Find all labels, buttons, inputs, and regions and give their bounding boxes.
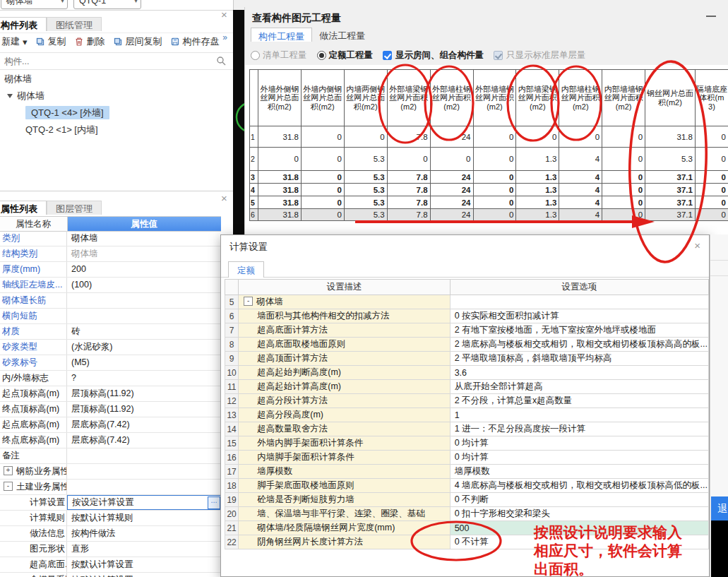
property-value[interactable]: 按默认计算设置: [67, 557, 221, 572]
quantity-cell: 0: [473, 184, 516, 196]
properties-grid: 类别砌体墙结构类别砌体墙厚度(mm)200轴线距左墙皮...(100)砌体通长筋…: [0, 231, 221, 577]
calc-setting-option[interactable]: 2 平墙取墙顶标高，斜墙取墙顶平均标高: [450, 352, 708, 366]
close-icon[interactable]: ×: [221, 10, 227, 20]
quantity-column-header: 外部墙柱钢丝网片面积(m2): [430, 70, 473, 126]
quantity-row-4: 431.805.37.82401.34037.10: [250, 184, 728, 196]
tree-item-label: QTQ-1 <4> [外墙]: [25, 106, 109, 119]
tree-group[interactable]: 砌体墙: [0, 88, 233, 105]
column-header-value: 属性值: [68, 217, 221, 231]
property-value[interactable]: [67, 448, 221, 463]
calc-setting-option[interactable]: 1: [450, 408, 708, 422]
property-value[interactable]: 砌体墙: [67, 246, 221, 261]
property-value[interactable]: 直形: [67, 542, 221, 557]
property-value[interactable]: 按默认计算设置: [67, 573, 221, 577]
property-value[interactable]: [67, 480, 221, 494]
component-type-combobox[interactable]: 砌体墙 ▾: [1, 0, 68, 9]
radio-label: 定额工程量: [329, 49, 374, 61]
close-icon[interactable]: ×: [221, 194, 227, 203]
copy-button[interactable]: 复制: [35, 35, 66, 48]
radio-list-quantity[interactable]: 清单工程量: [251, 49, 307, 61]
property-value[interactable]: [67, 309, 221, 323]
calc-setting-option[interactable]: 墙厚模数: [450, 465, 708, 479]
calc-setting-option[interactable]: 4 墙底标高与楼板相交或相切，取相交或相切楼板顶标高低的板...: [450, 479, 708, 493]
toolbar-overflow-button[interactable]: »: [222, 32, 226, 42]
radio-quota-quantity[interactable]: 定额工程量: [317, 49, 374, 61]
property-value[interactable]: (100): [67, 278, 221, 292]
calc-setting-option[interactable]: 3.6: [450, 366, 708, 380]
property-value[interactable]: [67, 293, 221, 308]
search-input[interactable]: [0, 53, 210, 69]
calc-setting-option[interactable]: 0 均计算: [450, 451, 708, 465]
property-row: 厚度(mm)200: [0, 262, 221, 278]
tab-component-panel-active[interactable]: 构件列表: [0, 17, 47, 31]
property-value[interactable]: 砌体墙: [67, 231, 221, 246]
partial-exit-button[interactable]: 退: [711, 496, 728, 521]
tree-root[interactable]: 砌体墙: [0, 71, 233, 88]
property-value[interactable]: [67, 464, 221, 479]
property-value[interactable]: (水泥砂浆): [67, 340, 221, 355]
quantity-cell: 0: [301, 196, 344, 209]
component-name-combobox[interactable]: QTQ-1 ▾: [73, 0, 141, 9]
calc-setting-option[interactable]: 2 墙底标高与楼板相交或相切，取相交或相切楼板顶标高高的板...: [450, 338, 708, 352]
calc-row-9: 9超高顶面计算方法2 平墙取墙顶标高，斜墙取墙顶平均标高: [225, 352, 709, 366]
calc-setting-desc: 超高数量取舍方法: [239, 422, 450, 436]
drawing-green-arc: [233, 10, 244, 234]
property-value[interactable]: 200: [67, 262, 221, 277]
expand-icon[interactable]: +: [4, 466, 13, 475]
trash-button[interactable]: 删除: [74, 35, 105, 48]
tree-item-1[interactable]: QTQ-1 <4> [外墙]: [0, 105, 233, 121]
property-value[interactable]: 砖: [67, 324, 221, 339]
ellipsis-button[interactable]: ⋯: [208, 496, 220, 509]
quantity-row-3: 331.805.37.82401.34037.10: [250, 171, 728, 184]
property-value[interactable]: 按构件做法: [67, 526, 221, 541]
quantity-cell: 5.3: [645, 148, 696, 171]
tree-item-2[interactable]: QTQ-2 <1> [内墙]: [0, 121, 233, 138]
close-icon[interactable]: ×: [694, 241, 700, 251]
collapse-icon[interactable]: -: [244, 297, 253, 306]
tab-component-quantity[interactable]: 构件工程量: [251, 28, 312, 42]
checkbox-show-rooms[interactable]: 显示房间、组合构件量: [383, 49, 484, 61]
calc-setting-option[interactable]: 0 扣十字形相交梁和梁头: [450, 507, 708, 521]
tab-properties-panel-active[interactable]: 属性列表: [0, 201, 47, 215]
new-button[interactable]: 新建▾: [1, 35, 28, 48]
save-button[interactable]: 构件存盘: [170, 35, 220, 48]
calc-setting-option[interactable]: 1 进一：不足分段高度按一段计算: [450, 422, 708, 436]
calc-setting-option[interactable]: 0 不判断: [450, 493, 708, 507]
calc-setting-option[interactable]: [450, 295, 708, 309]
quantity-cell: 0: [602, 126, 645, 148]
checkbox-label: 显示房间、组合构件量: [395, 49, 484, 61]
calc-setting-desc: 外墙内脚手架面积计算条件: [239, 436, 450, 451]
tab-method-quantity[interactable]: 做法工程量: [312, 28, 372, 42]
layer-copy-button[interactable]: 层间复制: [113, 35, 162, 48]
checkbox-standard-floor-only[interactable]: 只显示标准层单层量: [494, 49, 586, 61]
calc-setting-option[interactable]: 500: [450, 521, 708, 535]
collapse-icon[interactable]: -: [4, 482, 13, 491]
row-number: 4: [250, 184, 258, 196]
property-value[interactable]: ?: [67, 371, 221, 386]
tab-component-panel-inactive[interactable]: 图纸管理: [47, 17, 102, 31]
calc-setting-option[interactable]: 2 有地下室按楼地面，无地下室按室外地坪或楼地面: [450, 323, 708, 338]
minimize-icon[interactable]: [706, 16, 716, 17]
calc-setting-option[interactable]: 0 均计算: [450, 436, 708, 451]
property-row: 做法信息按构件做法: [0, 526, 221, 542]
calc-setting-option[interactable]: 从底开始全部计算超高: [450, 380, 708, 394]
quantity-cell: 4: [559, 148, 602, 171]
property-value[interactable]: (M5): [67, 355, 221, 370]
tab-dinge[interactable]: 定额: [228, 261, 264, 278]
property-value[interactable]: 层底标高(7.42): [67, 433, 221, 448]
property-name: 含模量系数: [0, 573, 67, 577]
calc-setting-option[interactable]: 2 不分段，计算总量x超高数量: [450, 394, 708, 408]
property-value[interactable]: 按默认计算规则: [67, 511, 221, 525]
calc-setting-option[interactable]: 0 不计算: [450, 535, 708, 549]
quantity-cell: 0: [301, 148, 344, 171]
calc-setting-option[interactable]: 0 按实际相交面积扣减计算: [450, 309, 708, 323]
property-name: 终点底标高(m): [0, 433, 67, 448]
property-value[interactable]: 层顶标高(11.92): [67, 386, 221, 401]
property-value[interactable]: 层顶标高(11.92): [67, 402, 221, 417]
tab-properties-panel-inactive[interactable]: 图层管理: [47, 201, 102, 215]
property-row: 砂浆标号(M5): [0, 355, 221, 371]
property-value[interactable]: 按设定计算设置⋯: [67, 495, 221, 510]
quantity-cell: 4: [559, 196, 602, 209]
property-value[interactable]: 层底标高(7.42): [67, 417, 221, 432]
property-name: -土建业务属性: [0, 480, 67, 494]
